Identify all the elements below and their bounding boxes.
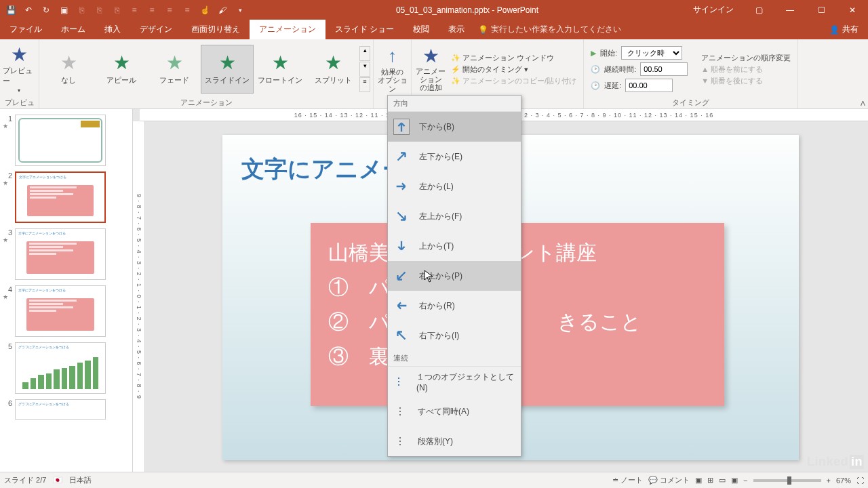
menu-file[interactable]: ファイル	[0, 20, 52, 39]
menu-home[interactable]: ホーム	[52, 20, 95, 39]
qat-btn-8[interactable]: ≡	[126, 2, 142, 18]
dd-from-bottom-right[interactable]: 右下から(I)	[388, 321, 521, 350]
star-icon: ★	[325, 54, 342, 73]
ribbon-display-icon[interactable]: ▢	[743, 0, 774, 20]
dd-from-left[interactable]: 左から(L)	[388, 171, 521, 201]
clock-icon: 🕑	[591, 65, 600, 74]
dd-from-right[interactable]: 右から(R)	[388, 291, 521, 321]
gallery-up-icon[interactable]: ▴	[359, 46, 370, 61]
maximize-icon[interactable]: ☐	[806, 0, 837, 20]
start-icon[interactable]: ▣	[56, 2, 72, 18]
qat-more-icon[interactable]: ▾	[232, 2, 248, 18]
dd-as-one-object[interactable]: １つのオブジェクトとして(N)	[388, 367, 521, 396]
thumb-1[interactable]: 1★	[0, 109, 132, 166]
sorter-view-icon[interactable]: ⊞	[707, 476, 713, 485]
timing-group-label: タイミング	[587, 98, 795, 108]
menu-review[interactable]: 校閲	[403, 20, 439, 39]
animation-pane-button[interactable]: ✨ アニメーション ウィンドウ	[451, 53, 576, 63]
reorder-title: アニメーションの順序変更	[701, 53, 791, 63]
signin-button[interactable]: サインイン	[684, 4, 743, 16]
gallery-more-icon[interactable]: ≡	[359, 77, 370, 92]
dd-all-at-once[interactable]: すべて同時(A)	[388, 396, 521, 426]
qat-btn-9[interactable]: ≡	[144, 2, 160, 18]
share-icon: 👤	[829, 25, 840, 35]
dd-from-bottom[interactable]: 下から(B)	[388, 112, 521, 142]
animation-painter-button[interactable]: ✨ アニメーションのコピー/貼り付け	[451, 76, 576, 86]
zoom-slider[interactable]	[753, 479, 821, 482]
normal-view-icon[interactable]: ▣	[695, 476, 702, 485]
zoom-level[interactable]: 67%	[836, 476, 851, 485]
minimize-icon[interactable]: —	[774, 0, 806, 20]
menu-design[interactable]: デザイン	[130, 20, 182, 39]
lang-icon: 🇯🇵	[53, 476, 62, 485]
ruler-vertical: 9 · 8 · 7 · 6 · 5 · 4 · 3 · 2 · 1 · 0 · …	[133, 121, 145, 472]
notes-button[interactable]: ≐ ノート	[612, 475, 643, 485]
slide-thumbnails: 1★ 2★ 文字にアニメーションをつける 3★ 文字にアニメーションをつける 4…	[0, 109, 133, 472]
language-button[interactable]: 日本語	[69, 475, 92, 485]
menu-insert[interactable]: 挿入	[95, 20, 130, 39]
star-icon: ★	[219, 54, 236, 73]
anim-appear[interactable]: ★アピール	[95, 45, 148, 94]
save-icon[interactable]: 💾	[3, 2, 19, 18]
delay-input[interactable]	[625, 79, 673, 92]
qat-btn-10[interactable]: ≡	[161, 2, 178, 18]
collapse-ribbon-icon[interactable]: ᐱ	[861, 100, 865, 107]
dd-from-top[interactable]: 上から(T)	[388, 231, 521, 261]
thumb-4[interactable]: 4★ 文字にアニメーションをつける	[0, 280, 132, 337]
thumb-3[interactable]: 3★ 文字にアニメーションをつける	[0, 223, 132, 280]
anim-floatin[interactable]: ★フロートイン	[254, 45, 307, 94]
dd-from-bottom-left[interactable]: 左下から(E)	[388, 142, 521, 171]
duration-input[interactable]	[640, 62, 688, 76]
undo-icon[interactable]: ↶	[20, 2, 37, 18]
reading-view-icon[interactable]: ▭	[719, 476, 726, 485]
thumb-6[interactable]: 6 グラフにアニメーションをつける	[0, 394, 132, 420]
trigger-button[interactable]: ⚡ 開始のタイミング ▾	[451, 64, 576, 75]
anim-none[interactable]: ★なし	[42, 45, 95, 94]
anim-flyin[interactable]: ★スライドイン	[201, 45, 254, 94]
comments-button[interactable]: 💬 コメント	[648, 475, 690, 485]
move-later-button[interactable]: ▼ 順番を後にする	[701, 76, 791, 86]
dd-from-top-right[interactable]: 右上から(P)	[388, 261, 521, 291]
thumb-5[interactable]: 5 グラフにアニメーションをつける	[0, 337, 132, 394]
start-select[interactable]: クリック時	[621, 46, 682, 60]
anim-split[interactable]: ★スプリット	[307, 45, 359, 94]
slide-counter[interactable]: スライド 2/7	[4, 475, 46, 485]
qat-btn-11[interactable]: ≡	[179, 2, 195, 18]
menu-slideshow[interactable]: スライド ショー	[326, 20, 403, 39]
dd-from-top-left[interactable]: 左上から(F)	[388, 201, 521, 231]
fit-window-icon[interactable]: ⛶	[856, 476, 864, 485]
effect-options-button[interactable]: ↑ 効果の オプション	[376, 45, 408, 94]
window-title: 05_01_03_animation.pptx - PowerPoint	[251, 5, 684, 15]
share-button[interactable]: 👤共有	[820, 20, 868, 39]
menu-transitions[interactable]: 画面切り替え	[182, 20, 250, 39]
menubar: ファイル ホーム 挿入 デザイン 画面切り替え アニメーション スライド ショー…	[0, 20, 868, 39]
statusbar: スライド 2/7 🇯🇵 日本語 ≐ ノート 💬 コメント ▣ ⊞ ▭ ▣ − +…	[0, 472, 868, 488]
quick-access-toolbar: 💾 ↶ ↻ ▣ ⎘ ⎘ ⎘ ≡ ≡ ≡ ≡ ☝ 🖌 ▾	[0, 2, 251, 18]
animation-group-label: アニメーション	[42, 98, 370, 108]
add-star-icon: ★	[422, 47, 439, 66]
menu-animations[interactable]: アニメーション	[250, 20, 326, 39]
preview-button[interactable]: ★ プレビュー ▾	[3, 45, 35, 94]
title-right: サインイン ▢ — ☐ ✕	[684, 0, 868, 20]
slideshow-view-icon[interactable]: ▣	[731, 476, 738, 485]
star-icon: ★	[113, 54, 130, 73]
arrow-up-icon: ↑	[388, 45, 397, 66]
brush-icon[interactable]: 🖌	[214, 2, 231, 18]
redo-icon[interactable]: ↻	[38, 2, 54, 18]
qat-btn-7[interactable]: ⎘	[108, 2, 125, 18]
zoom-in-icon[interactable]: +	[827, 476, 831, 485]
tell-me-input[interactable]: 💡実行したい作業を入力してください	[478, 20, 621, 39]
menu-view[interactable]: 表示	[439, 20, 474, 39]
linkedin-watermark: Linkedin	[807, 455, 864, 469]
add-animation-button[interactable]: ★ アニメーション の追加	[414, 45, 447, 94]
move-earlier-button[interactable]: ▲ 順番を前にする	[701, 64, 791, 75]
qat-btn-5[interactable]: ⎘	[73, 2, 90, 18]
touch-mode-icon[interactable]: ☝	[197, 2, 213, 18]
anim-fade[interactable]: ★フェード	[148, 45, 201, 94]
zoom-out-icon[interactable]: −	[743, 476, 747, 485]
close-icon[interactable]: ✕	[837, 0, 868, 20]
thumb-2[interactable]: 2★ 文字にアニメーションをつける	[0, 166, 132, 223]
dd-by-paragraph[interactable]: 段落別(Y)	[388, 426, 521, 456]
qat-btn-6[interactable]: ⎘	[91, 2, 107, 18]
gallery-down-icon[interactable]: ▾	[359, 62, 370, 77]
